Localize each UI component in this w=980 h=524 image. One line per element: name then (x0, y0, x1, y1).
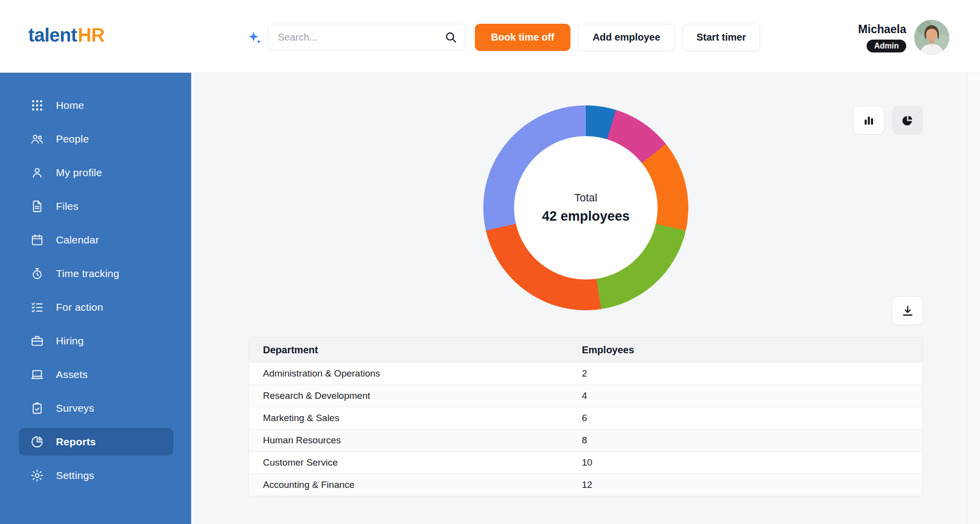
sidebar: HomePeopleMy profileFilesCalendarTime tr… (0, 73, 191, 524)
sidebar-item-settings[interactable]: Settings (19, 462, 173, 489)
sidebar-item-label: Assets (56, 369, 88, 381)
employees-column-header: Employees (568, 344, 923, 356)
download-icon (901, 304, 915, 318)
sidebar-item-for-action[interactable]: For action (19, 293, 173, 321)
sidebar-item-calendar[interactable]: Calendar (19, 226, 173, 254)
employees-cell: 4 (568, 390, 923, 401)
home-icon (30, 98, 44, 112)
gear-icon (30, 469, 44, 482)
department-cell: Accounting & Finance (249, 479, 568, 490)
sidebar-item-assets[interactable]: Assets (19, 361, 173, 388)
sidebar-item-label: Surveys (56, 402, 94, 414)
toggle-pie-view[interactable] (892, 106, 923, 135)
search-icon[interactable] (444, 31, 458, 44)
people-icon (30, 132, 44, 146)
stopwatch-icon (30, 267, 44, 281)
employees-cell: 2 (568, 368, 923, 379)
sidebar-item-label: Files (56, 200, 78, 212)
logo-text-accent: HR (78, 25, 104, 46)
sidebar-item-label: People (56, 133, 89, 145)
avatar[interactable] (914, 20, 949, 55)
sidebar-item-reports[interactable]: Reports (19, 428, 173, 456)
donut-center: Total 42 employees (514, 136, 658, 280)
table-header: Department Employees (249, 337, 923, 362)
bar-chart-icon (862, 114, 876, 127)
logo-text-primary: talent (28, 25, 77, 46)
sidebar-item-time-tracking[interactable]: Time tracking (19, 260, 173, 287)
calendar-icon (30, 233, 44, 247)
sparkle-icon[interactable] (247, 30, 262, 46)
donut-total-label: Total (574, 191, 597, 204)
table-body: Administration & Operations2Research & D… (249, 362, 923, 496)
donut-chart[interactable]: Total 42 employees (483, 105, 688, 310)
table-row: Research & Development4 (249, 384, 923, 407)
logo[interactable]: talentHR (28, 25, 104, 46)
sidebar-item-label: Time tracking (56, 268, 119, 280)
chart-view-toggle (853, 106, 923, 135)
sidebar-item-label: For action (56, 301, 103, 313)
employees-cell: 8 (568, 435, 923, 446)
app: talentHR Book time off Add employee Star… (0, 0, 980, 524)
scrollbar[interactable] (967, 73, 980, 524)
header: talentHR Book time off Add employee Star… (0, 0, 980, 73)
sidebar-nav: HomePeopleMy profileFilesCalendarTime tr… (0, 73, 191, 489)
add-employee-button[interactable]: Add employee (578, 24, 675, 51)
department-cell: Marketing & Sales (249, 413, 568, 424)
main-content: Total 42 employees Department Employees … (191, 73, 980, 524)
sidebar-item-label: Settings (56, 470, 94, 481)
department-column-header: Department (249, 344, 568, 356)
clipboard-icon (30, 401, 44, 415)
sidebar-item-label: My profile (56, 167, 102, 179)
table-row: Customer Service10 (249, 451, 923, 474)
pie-chart-icon (901, 114, 914, 127)
sidebar-item-label: Reports (56, 436, 96, 448)
employees-cell: 10 (568, 457, 923, 468)
search-input[interactable] (267, 24, 465, 51)
donut-total-value: 42 employees (542, 209, 629, 224)
table-row: Human Resources8 (249, 429, 923, 451)
sidebar-item-label: Home (56, 99, 84, 111)
employees-cell: 6 (568, 413, 923, 424)
department-cell: Research & Development (249, 390, 568, 401)
departments-table: Department Employees Administration & Op… (249, 337, 923, 496)
table-row: Administration & Operations2 (249, 362, 923, 384)
sidebar-item-label: Calendar (56, 234, 99, 246)
download-button[interactable] (892, 296, 923, 325)
department-cell: Customer Service (249, 457, 568, 468)
book-time-off-button[interactable]: Book time off (475, 24, 570, 51)
user-menu[interactable]: Michaela Admin (858, 20, 949, 55)
user-role-badge: Admin (867, 40, 906, 52)
checklist-icon (30, 300, 44, 314)
sidebar-item-surveys[interactable]: Surveys (19, 394, 173, 422)
sidebar-item-hiring[interactable]: Hiring (19, 327, 173, 355)
profile-icon (30, 166, 44, 180)
laptop-icon (30, 368, 44, 381)
start-timer-button[interactable]: Start timer (682, 24, 760, 51)
sidebar-item-home[interactable]: Home (19, 92, 173, 119)
table-row: Marketing & Sales6 (249, 407, 923, 429)
department-cell: Administration & Operations (249, 368, 568, 379)
employees-cell: 12 (568, 479, 923, 490)
pie-icon (30, 435, 44, 449)
sidebar-item-label: Hiring (56, 335, 84, 347)
table-row: Accounting & Finance12 (249, 474, 923, 496)
sidebar-item-my-profile[interactable]: My profile (19, 159, 173, 187)
search-box (267, 24, 465, 51)
files-icon (30, 199, 44, 213)
user-name: Michaela (858, 23, 906, 36)
briefcase-icon (30, 334, 44, 348)
sidebar-item-files[interactable]: Files (19, 192, 173, 220)
sidebar-item-people[interactable]: People (19, 125, 173, 153)
content-column: Total 42 employees Department Employees … (249, 73, 923, 524)
user-meta: Michaela Admin (858, 23, 906, 52)
toggle-bar-view[interactable] (853, 106, 884, 135)
department-cell: Human Resources (249, 435, 568, 446)
